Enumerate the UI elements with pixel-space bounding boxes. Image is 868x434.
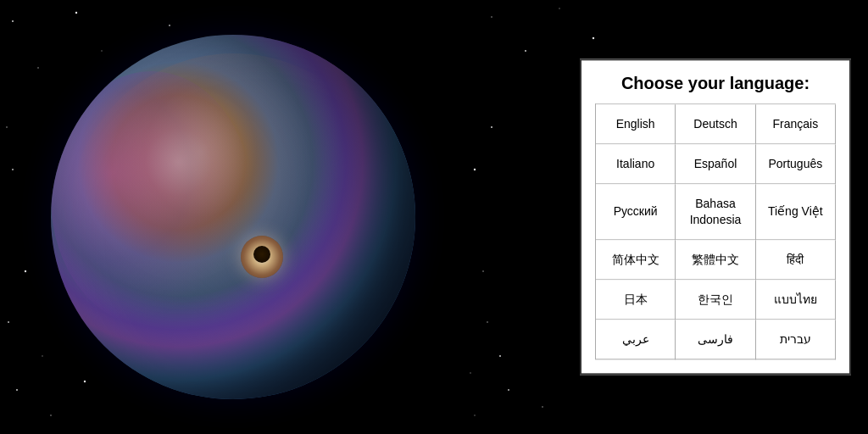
language-panel: Choose your language: EnglishDeutschFran… [580, 58, 851, 375]
svg-point-7 [525, 50, 526, 52]
lang-btn-thai[interactable]: แบบไทย [756, 280, 836, 320]
lang-btn-simplified-chinese[interactable]: 简体中文 [596, 240, 676, 280]
lang-btn-traditional-chinese[interactable]: 繁體中文 [676, 240, 755, 280]
lang-btn-portugues[interactable]: Português [756, 145, 836, 185]
lang-btn-arabic[interactable]: عربي [596, 320, 676, 359]
lang-btn-francais[interactable]: Français [756, 104, 836, 144]
svg-point-26 [491, 126, 492, 128]
lang-btn-farsi[interactable]: فارسی [676, 320, 755, 359]
svg-point-12 [474, 415, 475, 415]
planet [25, 9, 441, 425]
lang-btn-russian[interactable]: Русский [596, 185, 676, 240]
svg-point-18 [487, 321, 488, 323]
lang-btn-espanol[interactable]: Español [676, 145, 755, 185]
svg-point-25 [6, 126, 8, 128]
svg-point-10 [542, 406, 543, 408]
svg-point-9 [593, 37, 594, 39]
planet-sphere [51, 35, 415, 399]
lang-btn-japanese[interactable]: 日本 [596, 280, 676, 320]
svg-point-13 [16, 389, 18, 391]
lang-btn-bahasa[interactable]: BahasaIndonesia [676, 185, 755, 240]
lang-btn-english[interactable]: English [596, 104, 676, 144]
lang-btn-hebrew[interactable]: עברית [756, 320, 836, 359]
svg-point-1 [12, 20, 14, 22]
svg-point-22 [482, 270, 484, 272]
lang-btn-vietnamese[interactable]: Tiếng Việt [756, 185, 836, 240]
svg-point-24 [474, 169, 476, 170]
svg-point-11 [508, 389, 509, 391]
svg-point-19 [499, 355, 501, 357]
svg-point-20 [470, 372, 470, 373]
svg-point-23 [12, 169, 14, 170]
svg-point-17 [8, 321, 9, 323]
lang-btn-korean[interactable]: 한국인 [676, 280, 755, 320]
lang-btn-hindi[interactable]: हिंदी [756, 240, 836, 280]
svg-point-6 [491, 16, 492, 18]
lang-btn-italiano[interactable]: Italiano [596, 145, 676, 185]
svg-point-8 [559, 8, 559, 8]
panel-title: Choose your language: [595, 74, 836, 93]
lang-btn-deutsch[interactable]: Deutsch [676, 104, 755, 144]
language-grid: EnglishDeutschFrançaisItalianoEspañolPor… [595, 103, 836, 359]
